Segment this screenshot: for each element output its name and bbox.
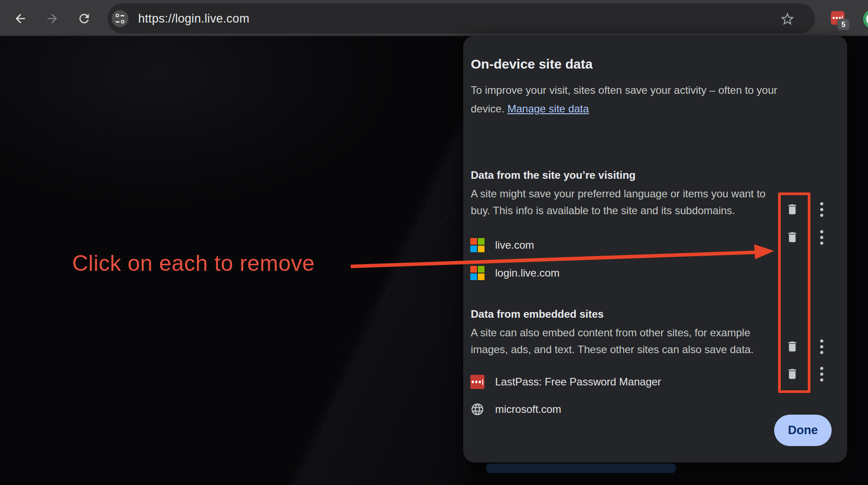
kebab-icon xyxy=(820,367,823,370)
profile-avatar[interactable] xyxy=(863,9,868,29)
dialog-title: On-device site data xyxy=(471,57,593,72)
delete-live-com-button[interactable] xyxy=(783,200,801,218)
kebab-icon xyxy=(820,214,823,217)
more-options-lastpass-button[interactable] xyxy=(815,338,828,355)
url-text[interactable]: https://login.live.com xyxy=(138,4,249,34)
microsoft-logo-icon xyxy=(470,266,484,280)
trash-icon xyxy=(786,231,799,244)
globe-icon xyxy=(470,402,484,416)
site-name: login.live.com xyxy=(495,267,559,279)
address-bar[interactable]: https://login.live.com xyxy=(108,4,815,34)
section-visiting-body: A site might save your preferred languag… xyxy=(471,185,766,219)
screen: https://login.live.com 5 On-device site … xyxy=(0,0,868,485)
section-embedded-heading: Data from embedded sites xyxy=(471,308,604,320)
body-line: images, ads, and text. These other sites… xyxy=(471,343,754,355)
trash-icon xyxy=(786,340,799,353)
bookmark-star-button[interactable] xyxy=(779,11,795,27)
site-name: LastPass: Free Password Manager xyxy=(495,376,661,388)
lastpass-icon xyxy=(470,375,484,389)
intro-line1: To improve your visit, sites often save … xyxy=(471,84,777,96)
body-line: buy. This info is available to the site … xyxy=(471,204,735,216)
site-row-lastpass: LastPass: Free Password Manager xyxy=(463,368,773,396)
section-visiting-heading: Data from the site you’re visiting xyxy=(471,169,636,181)
kebab-icon xyxy=(820,202,823,205)
forward-button[interactable] xyxy=(45,11,60,26)
annotation-text: Click on each to remove xyxy=(72,250,315,276)
kebab-icon xyxy=(820,351,823,354)
more-options-live-com-button[interactable] xyxy=(815,200,828,218)
lastpass-icon xyxy=(833,17,835,19)
lastpass-icon xyxy=(836,17,838,19)
delete-microsoft-com-button[interactable] xyxy=(783,365,801,383)
site-row-microsoft-com: microsoft.com xyxy=(463,396,773,423)
site-controls-button[interactable] xyxy=(112,10,128,27)
tune-icon xyxy=(116,20,124,23)
page-signin-button-edge xyxy=(486,464,676,473)
trash-icon xyxy=(786,203,799,216)
dialog-intro: To improve your visit, sites often save … xyxy=(471,81,777,118)
background-streak xyxy=(333,215,448,362)
section-embedded-body: A site can also embed content from other… xyxy=(471,324,754,358)
kebab-icon xyxy=(820,242,823,245)
forward-arrow-icon xyxy=(45,12,59,26)
reload-icon xyxy=(77,12,91,26)
background-streak xyxy=(344,242,459,389)
back-button[interactable] xyxy=(13,11,28,26)
body-line: A site can also embed content from other… xyxy=(471,327,750,339)
delete-lastpass-button[interactable] xyxy=(783,338,801,355)
extension-badge: 5 xyxy=(837,19,849,30)
more-options-login-live-com-button[interactable] xyxy=(815,228,828,246)
microsoft-logo-icon xyxy=(470,238,484,252)
kebab-icon xyxy=(820,339,823,343)
reload-button[interactable] xyxy=(77,11,92,26)
on-device-site-data-dialog: On-device site data To improve your visi… xyxy=(463,35,847,462)
manage-site-data-link[interactable]: Manage site data xyxy=(508,103,589,115)
kebab-icon xyxy=(820,345,823,348)
kebab-icon xyxy=(820,378,823,381)
site-row-live-com: live.com xyxy=(463,231,773,259)
kebab-icon xyxy=(820,236,823,239)
done-button[interactable]: Done xyxy=(774,415,832,446)
more-options-microsoft-com-button[interactable] xyxy=(815,365,828,383)
kebab-icon xyxy=(820,230,823,233)
site-name: live.com xyxy=(495,239,534,251)
site-row-login-live-com: login.live.com xyxy=(463,259,773,287)
delete-login-live-com-button[interactable] xyxy=(783,228,801,246)
trash-icon xyxy=(786,367,799,381)
browser-toolbar: https://login.live.com 5 xyxy=(0,0,868,36)
kebab-icon xyxy=(820,208,823,211)
back-arrow-icon xyxy=(13,12,27,26)
site-name: microsoft.com xyxy=(495,403,561,416)
intro-line2: device. xyxy=(471,103,508,115)
kebab-icon xyxy=(820,373,823,376)
tune-icon xyxy=(116,14,124,17)
star-icon xyxy=(779,11,795,27)
body-line: A site might save your preferred languag… xyxy=(471,188,766,200)
